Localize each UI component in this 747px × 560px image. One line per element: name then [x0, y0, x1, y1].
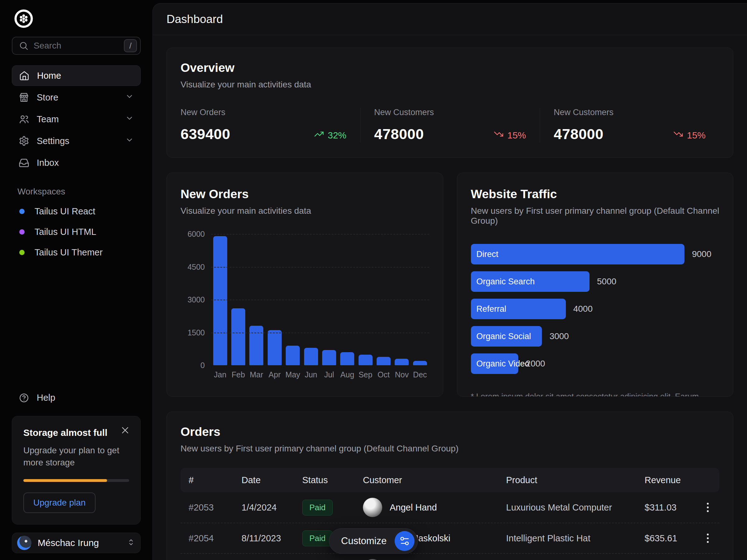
y-axis: 01500300045006000 — [181, 234, 205, 365]
table-body: #2053 1/4/2024 Paid Angel Hand Luxurious… — [181, 492, 719, 560]
bar-mar[interactable] — [249, 326, 263, 365]
overview-title: Overview — [181, 61, 719, 75]
table-row[interactable]: #2053 1/4/2024 Paid Angel Hand Luxurious… — [181, 492, 719, 523]
home-icon — [19, 70, 30, 81]
sidebar-item-inbox[interactable]: Inbox — [12, 153, 141, 173]
page-header: Dashboard — [153, 3, 747, 35]
user-name: Méschac Irung — [38, 538, 99, 548]
upgrade-plan-button[interactable]: Upgrade plan — [23, 492, 96, 513]
workspace-list: Tailus UI React Tailus UI HTML Tailus UI… — [12, 201, 141, 263]
user-account-switcher[interactable]: Méschac Irung — [12, 533, 141, 553]
traffic-bar-referral[interactable]: Referral — [471, 299, 566, 319]
workspace-item-tailus-ui-themer[interactable]: Tailus UI Themer — [12, 242, 141, 263]
traffic-row: Organic Social3000 — [471, 326, 720, 347]
help-circle-icon — [19, 393, 29, 403]
workspace-label: Tailus UI HTML — [34, 227, 96, 237]
x-tick-label: Dec — [411, 370, 429, 379]
sidebar-item-label: Team — [37, 114, 59, 125]
x-tick-label: Jan — [211, 370, 229, 379]
y-tick-label: 4500 — [187, 262, 205, 271]
stat-label: New Orders — [181, 108, 346, 117]
product-name: Intelligent Plastic Hat — [506, 533, 645, 543]
orders-title: Orders — [181, 425, 719, 439]
bar-jul[interactable] — [322, 350, 336, 365]
stat-value: 478000 — [554, 125, 603, 142]
x-axis-labels: JanFebMarAprMayJunJulAugSepOctNovDec — [211, 370, 429, 379]
x-tick-label: Jun — [302, 370, 320, 379]
close-icon[interactable] — [121, 426, 131, 436]
stat-label: New Customers — [554, 108, 705, 117]
bar-apr[interactable] — [268, 330, 282, 365]
horizontal-bar-chart: Direct9000Organic Search5000Referral4000… — [471, 244, 720, 374]
traffic-value: 4000 — [573, 304, 593, 314]
storage-progress-bar — [23, 479, 129, 482]
kebab-menu-icon[interactable] — [704, 531, 711, 545]
orders-subtitle: New users by First user primary channel … — [181, 444, 719, 454]
kebab-menu-icon[interactable] — [704, 500, 711, 514]
sidebar-item-label: Store — [37, 92, 58, 103]
y-tick-label: 6000 — [187, 230, 205, 239]
plot-area — [211, 234, 429, 365]
bar-sep[interactable] — [359, 355, 372, 365]
col-id: # — [189, 475, 241, 485]
sidebar-item-team[interactable]: Team — [12, 109, 141, 129]
bar-jun[interactable] — [304, 348, 318, 365]
chevrons-up-down-icon — [127, 538, 135, 548]
col-revenue: Revenue — [645, 475, 694, 485]
sidebar-item-settings[interactable]: Settings — [12, 131, 141, 151]
bar-jan[interactable] — [213, 236, 227, 365]
sidebar-item-help[interactable]: Help — [12, 388, 141, 408]
gear-icon — [19, 136, 29, 146]
sidebar-item-store[interactable]: Store — [12, 87, 141, 108]
bar-oct[interactable] — [377, 357, 391, 365]
order-date: 8/11/2023 — [241, 533, 302, 543]
chevron-down-icon — [125, 92, 134, 101]
sidebar-item-home[interactable]: Home — [12, 65, 141, 86]
storage-title: Storage almost full — [23, 427, 129, 438]
website-traffic-title: Website Traffic — [471, 187, 720, 201]
traffic-bar-organic-social[interactable]: Organic Social — [471, 326, 542, 347]
sidebar-item-label: Settings — [37, 136, 70, 146]
storage-progress-fill — [23, 479, 107, 482]
col-status: Status — [302, 475, 363, 485]
revenue-value: $635.61 — [645, 533, 694, 543]
sidebar-nav: Home Store Team Settings — [12, 65, 141, 173]
search-input[interactable] — [34, 41, 119, 51]
order-id: #2054 — [189, 533, 241, 543]
website-traffic-card: Website Traffic New users by First user … — [457, 173, 733, 397]
bar-feb[interactable] — [231, 308, 245, 365]
stat-value: 639400 — [181, 125, 230, 142]
order-id: #2053 — [189, 502, 241, 513]
x-tick-label: Apr — [265, 370, 284, 379]
table-header: # Date Status Customer Product Revenue — [181, 468, 719, 492]
trend-up-icon — [314, 129, 324, 141]
search-icon — [19, 41, 29, 51]
trend-down-icon — [673, 129, 683, 141]
traffic-bar-organic-search[interactable]: Organic Search — [471, 271, 590, 292]
revenue-value: $311.03 — [645, 502, 694, 513]
x-tick-label: Feb — [229, 370, 247, 379]
table-row[interactable]: #2055 12/25/2023 Paid Shem Nitzsche Tast… — [181, 553, 719, 560]
sidebar: / Home Store Team Settings — [0, 0, 153, 560]
customize-button[interactable]: Customize — [329, 528, 418, 554]
bar-dec[interactable] — [413, 361, 427, 365]
help-label: Help — [37, 393, 55, 403]
customize-label: Customize — [341, 535, 387, 546]
search-box[interactable]: / — [12, 37, 141, 55]
col-customer: Customer — [363, 475, 506, 485]
traffic-bar-organic-video[interactable]: Organic Video — [471, 353, 518, 374]
workspace-item-tailus-ui-react[interactable]: Tailus UI React — [12, 201, 141, 221]
bar-may[interactable] — [286, 346, 300, 365]
traffic-value: 5000 — [597, 276, 616, 287]
overview-card: Overview Visualize your main activities … — [166, 48, 733, 158]
x-tick-label: Nov — [393, 370, 411, 379]
table-row[interactable]: #2054 8/11/2023 Paid Lucia Jaskolski Int… — [181, 523, 719, 553]
workspace-label: Tailus UI React — [34, 206, 95, 216]
stat-delta: 15% — [673, 129, 705, 142]
traffic-bar-direct[interactable]: Direct — [471, 244, 685, 264]
workspace-item-tailus-ui-html[interactable]: Tailus UI HTML — [12, 221, 141, 242]
customer-name: Angel Hand — [390, 502, 437, 513]
col-date: Date — [241, 475, 302, 485]
bar-nov[interactable] — [395, 359, 409, 365]
bar-aug[interactable] — [340, 352, 354, 365]
